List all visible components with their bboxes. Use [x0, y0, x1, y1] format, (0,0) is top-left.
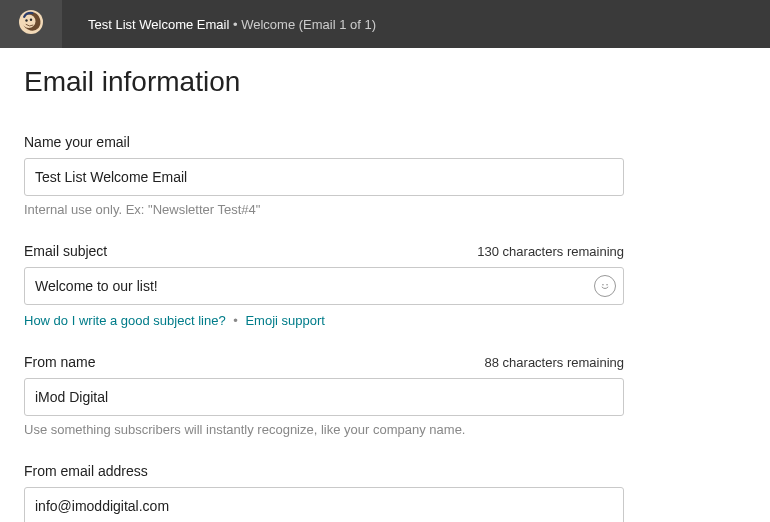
from-name-hint: Use something subscribers will instantly… [24, 422, 746, 437]
breadcrumb-primary: Test List Welcome Email [88, 17, 229, 32]
from-name-input[interactable] [24, 378, 624, 416]
name-label: Name your email [24, 134, 130, 150]
svg-point-3 [25, 19, 27, 21]
svg-point-4 [602, 284, 604, 286]
page-title: Email information [24, 66, 746, 98]
from-name-counter: 88 characters remaining [485, 355, 624, 370]
subject-input[interactable] [24, 267, 624, 305]
svg-point-2 [30, 19, 32, 21]
from-email-input[interactable] [24, 487, 624, 522]
emoji-picker-button[interactable] [594, 275, 616, 297]
from-name-label: From name [24, 354, 96, 370]
name-hint: Internal use only. Ex: "Newsletter Test#… [24, 202, 746, 217]
logo-box[interactable] [0, 0, 62, 48]
field-name-email: Name your email Internal use only. Ex: "… [24, 134, 746, 217]
breadcrumb: Test List Welcome Email • Welcome (Email… [88, 17, 376, 32]
field-from-email: From email address [24, 463, 746, 522]
emoji-support-link[interactable]: Emoji support [245, 313, 324, 328]
subject-counter: 130 characters remaining [477, 244, 624, 259]
svg-point-5 [606, 284, 608, 286]
mailchimp-logo-icon [16, 7, 46, 41]
breadcrumb-secondary: Welcome (Email 1 of 1) [241, 17, 376, 32]
top-bar: Test List Welcome Email • Welcome (Email… [0, 0, 770, 48]
subject-label: Email subject [24, 243, 107, 259]
field-from-name: From name 88 characters remaining Use so… [24, 354, 746, 437]
content: Email information Name your email Intern… [0, 48, 770, 522]
name-input[interactable] [24, 158, 624, 196]
subject-links: How do I write a good subject line? • Em… [24, 313, 746, 328]
link-sep: • [233, 313, 238, 328]
breadcrumb-sep: • [233, 17, 238, 32]
field-subject: Email subject 130 characters remaining H… [24, 243, 746, 328]
from-email-label: From email address [24, 463, 148, 479]
subject-line-help-link[interactable]: How do I write a good subject line? [24, 313, 226, 328]
smiley-icon [598, 279, 612, 293]
